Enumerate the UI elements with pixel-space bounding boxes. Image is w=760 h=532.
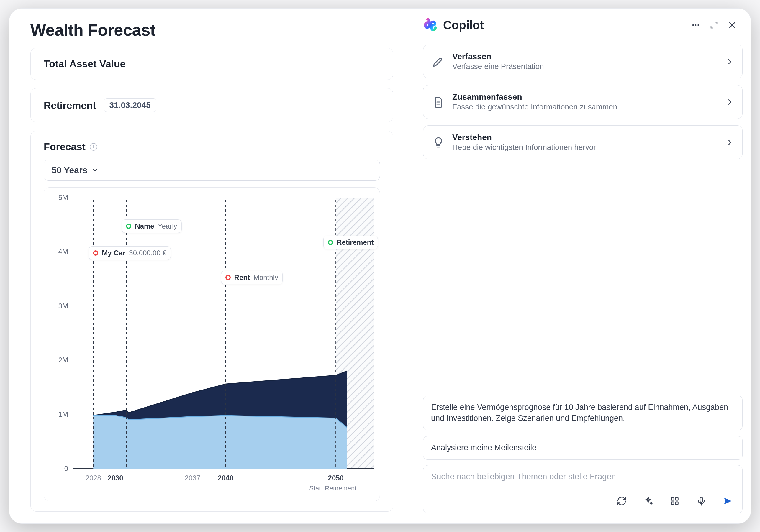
svg-rect-28 — [672, 502, 674, 505]
mic-button[interactable] — [694, 494, 708, 508]
skill-subtitle: Fasse die gewünschte Informationen zusam… — [452, 102, 718, 111]
forecast-range-dropdown[interactable]: 50 Years — [44, 159, 380, 181]
expand-icon — [710, 21, 718, 29]
copilot-logo-icon — [423, 18, 438, 33]
send-icon — [723, 496, 733, 506]
sparkle-button[interactable] — [641, 494, 655, 508]
bulb-icon — [432, 136, 445, 149]
copilot-prompt-placeholder[interactable]: Suche nach beliebigen Themen oder stelle… — [431, 472, 735, 481]
svg-rect-30 — [700, 497, 703, 502]
svg-text:1M: 1M — [58, 410, 68, 418]
skill-subtitle: Verfasse eine Präsentation — [452, 62, 718, 71]
copilot-header: Copilot — [415, 9, 751, 42]
forecast-chart: 01M2M3M4M5M20282030203720402050My Car30.… — [44, 187, 380, 501]
event-label: Rent — [234, 273, 250, 282]
svg-point-19 — [692, 24, 694, 26]
copilot-skill-pencil[interactable]: VerfassenVerfasse eine Präsentation — [423, 45, 742, 78]
chevron-down-icon — [91, 167, 99, 174]
svg-rect-27 — [676, 498, 678, 501]
event-label: Name — [135, 222, 154, 230]
svg-text:2037: 2037 — [185, 474, 200, 482]
retirement-label: Retirement — [44, 100, 96, 111]
skill-subtitle: Hebe die wichtigsten Informationen hervo… — [452, 143, 718, 152]
total-asset-card: Total Asset Value — [30, 48, 393, 80]
skill-title: Verfassen — [452, 52, 718, 61]
copilot-close-button[interactable] — [726, 18, 739, 32]
refresh-button[interactable] — [615, 494, 628, 508]
event-sub: Monthly — [254, 273, 278, 282]
chevron-right-icon — [726, 139, 734, 146]
copilot-skill-bulb[interactable]: VerstehenHebe die wichtigsten Informatio… — [423, 125, 742, 159]
app-window: Wealth Forecast Total Asset Value Retire… — [9, 8, 751, 524]
chart-event-rent[interactable]: RentMonthly — [221, 271, 283, 284]
copilot-suggestion-0[interactable]: Erstelle eine Vermögensprognose für 10 J… — [423, 396, 742, 430]
copilot-suggestions: Erstelle eine Vermögensprognose für 10 J… — [415, 396, 751, 460]
page-title: Wealth Forecast — [30, 21, 393, 39]
svg-text:2050: 2050 — [328, 474, 344, 482]
svg-text:4M: 4M — [58, 248, 68, 256]
copilot-panel: Copilot VerfassenVerfasse eine Präsentat… — [414, 9, 751, 523]
svg-point-21 — [697, 24, 699, 26]
copilot-title: Copilot — [443, 19, 684, 32]
green-dot-icon — [328, 240, 333, 245]
event-sub: Yearly — [158, 222, 177, 230]
chevron-right-icon — [726, 98, 734, 106]
chevron-right-icon — [726, 58, 734, 66]
info-icon[interactable]: i — [90, 143, 97, 151]
microphone-icon — [696, 496, 706, 506]
total-asset-label: Total Asset Value — [44, 58, 380, 69]
chart-event-my-car[interactable]: My Car30.000,00 € — [88, 246, 171, 260]
event-label: Retirement — [337, 238, 373, 246]
retirement-card: Retirement 31.03.2045 — [30, 88, 393, 122]
skill-title: Verstehen — [452, 133, 718, 142]
skill-title: Zusammenfassen — [452, 92, 718, 102]
copilot-skill-list: VerfassenVerfasse eine PräsentationZusam… — [415, 42, 751, 159]
svg-text:0: 0 — [64, 465, 68, 472]
sparkle-icon — [643, 496, 653, 506]
copilot-expand-button[interactable] — [707, 18, 721, 32]
event-sub: 30.000,00 € — [129, 249, 166, 257]
start-retirement-caption: Start Retirement — [309, 484, 356, 492]
forecast-title: Forecast — [44, 141, 85, 153]
pencil-icon — [432, 56, 445, 68]
svg-rect-29 — [676, 502, 678, 505]
apps-button[interactable] — [668, 494, 682, 508]
svg-rect-26 — [672, 498, 674, 501]
copilot-input-actions — [431, 494, 735, 508]
copilot-more-button[interactable] — [689, 18, 702, 32]
copilot-skill-file[interactable]: ZusammenfassenFasse die gewünschte Infor… — [423, 85, 742, 119]
chart-event-retirement[interactable]: Retirement — [323, 236, 378, 249]
more-horizontal-icon — [691, 21, 700, 29]
retirement-date-chip[interactable]: 31.03.2045 — [104, 99, 156, 112]
copilot-suggestion-1[interactable]: Analysiere meine Meilensteile — [423, 436, 742, 460]
copilot-input-box[interactable]: Suche nach beliebigen Themen oder stelle… — [423, 465, 742, 513]
svg-text:5M: 5M — [58, 194, 68, 201]
red-dot-icon — [93, 250, 98, 256]
svg-text:2028: 2028 — [85, 474, 101, 482]
event-label: My Car — [102, 249, 125, 257]
svg-text:2M: 2M — [58, 356, 68, 364]
forecast-range-label: 50 Years — [52, 165, 87, 175]
file-icon — [432, 96, 445, 108]
close-icon — [728, 21, 737, 29]
red-dot-icon — [225, 275, 231, 280]
green-dot-icon — [126, 224, 131, 229]
forecast-card: Forecast i 50 Years 01M2M3M4M5M202820302… — [30, 131, 393, 511]
send-button[interactable] — [721, 494, 735, 508]
svg-text:2040: 2040 — [218, 474, 233, 482]
svg-text:2030: 2030 — [107, 474, 123, 482]
refresh-icon — [617, 496, 627, 506]
svg-point-20 — [695, 24, 696, 26]
grid-icon — [670, 496, 680, 506]
chart-event-name[interactable]: NameYearly — [121, 219, 181, 233]
svg-text:3M: 3M — [58, 302, 68, 310]
main-area: Wealth Forecast Total Asset Value Retire… — [9, 9, 414, 523]
